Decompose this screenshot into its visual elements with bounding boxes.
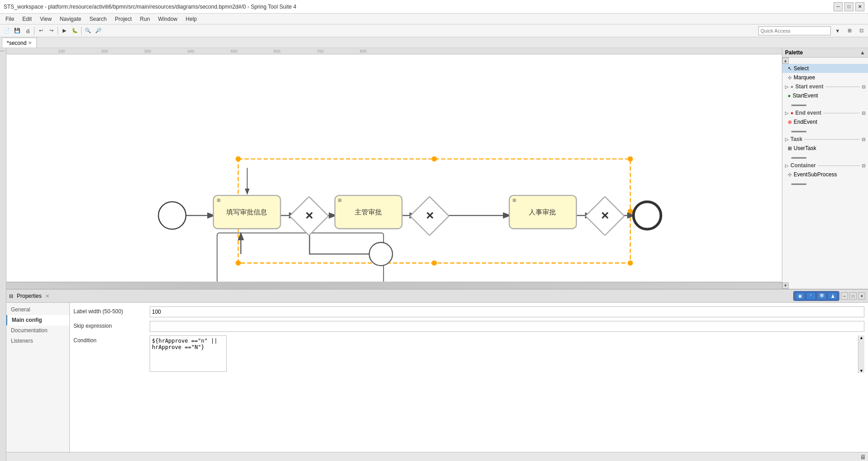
palette-collapse-btn[interactable]: ▲ (860, 49, 865, 56)
properties-tab-close[interactable]: ✕ (45, 293, 49, 299)
textarea-scroll-down[interactable]: ▼ (858, 369, 864, 373)
ruler-mark-2: 200 (101, 49, 108, 53)
toolbar-print[interactable]: 🖨 (23, 26, 33, 36)
svg-point-1 (235, 156, 241, 162)
close-button[interactable]: ✕ (855, 2, 864, 11)
svg-point-8 (628, 260, 633, 266)
menu-run[interactable]: Run (137, 15, 154, 23)
palette-item-user-task-2[interactable]: ▬▬▬ (782, 153, 868, 161)
palette-item-marquee[interactable]: ⊹ Marquee (782, 73, 868, 82)
h-scrollbar[interactable] (6, 282, 782, 289)
condition-textarea[interactable]: ${hrApprove =="n" || hrApprove =="N"} (150, 335, 227, 372)
section-minimize-btn[interactable]: ⊟ (862, 84, 865, 89)
prop-icon-degree[interactable]: ° (806, 292, 816, 300)
palette-item-container-2[interactable]: ▬▬▬ (782, 179, 868, 187)
prop-tab-listeners[interactable]: Listeners (6, 336, 69, 346)
container-section-minimize-btn[interactable]: ⊟ (862, 163, 865, 168)
palette-section-end-event[interactable]: ▷ ● End event ⊟ (782, 108, 868, 117)
toolbar-perspectives-btn[interactable]: ⊞ (844, 26, 854, 36)
prop-tab-main-config[interactable]: Main config (6, 315, 69, 325)
palette-item-start-event[interactable]: ● StartEvent (782, 91, 868, 100)
palette-item-start-event-2[interactable]: ▬▬▬ (782, 100, 868, 108)
quick-access-area: ▼ ⊞ ⊡ (758, 26, 866, 36)
vertical-ruler: │ (0, 48, 6, 461)
task-section-minimize-btn[interactable]: ⊟ (862, 137, 865, 142)
menu-project[interactable]: Project (111, 15, 135, 23)
toolbar-zoom-in[interactable]: 🔍 (83, 26, 93, 36)
window-title: STS_workspace - platform:/resource/activ… (4, 4, 834, 10)
status-icon[interactable]: 🖥 (860, 453, 866, 461)
toolbar-redo[interactable]: ↪ (46, 26, 56, 36)
ruler-mark-6: 600 (273, 49, 280, 53)
main-layout: │ 100 200 300 400 500 600 700 800 (0, 48, 868, 461)
h-scroll-thumb[interactable] (6, 283, 782, 289)
palette-item-select[interactable]: ↖ Select (782, 64, 868, 73)
label-width-input[interactable] (150, 306, 864, 317)
menu-window[interactable]: Window (155, 15, 181, 23)
condition-textarea-scrollbar[interactable]: ▲ ▼ (858, 335, 864, 373)
toolbar-run[interactable]: ▶ (59, 26, 69, 36)
toolbar-debug[interactable]: 🐛 (70, 26, 80, 36)
toolbar-save[interactable]: 💾 (12, 26, 22, 36)
toolbar-zoom-out[interactable]: 🔎 (93, 26, 103, 36)
palette-section-task[interactable]: ▷ Task ⊟ (782, 135, 868, 144)
palette-down-arrow[interactable]: ▼ (782, 282, 789, 289)
svg-point-3 (628, 156, 633, 162)
menu-file[interactable]: File (2, 15, 18, 23)
condition-label: Condition (73, 335, 146, 344)
maximize-button[interactable]: □ (844, 2, 853, 11)
toolbar-quick-access-btn[interactable]: ▼ (833, 26, 843, 36)
condition-textarea-wrapper: ${hrApprove =="n" || hrApprove =="N"} ▲ … (150, 335, 864, 373)
diagram-canvas[interactable]: ⊞ 填写审批信息 ✕ ⊞ 主管审批 ✕ (6, 54, 782, 282)
textarea-scroll-up[interactable]: ▲ (858, 335, 864, 340)
svg-text:✕: ✕ (305, 210, 313, 222)
status-bar: 🖥 (6, 452, 868, 461)
end-event-icon: ⊗ (788, 119, 792, 125)
diagram-svg: ⊞ 填写审批信息 ✕ ⊞ 主管审批 ✕ (6, 54, 782, 281)
end-section-minimize-btn[interactable]: ⊟ (862, 111, 865, 116)
prop-icon-grid[interactable]: ▣ (795, 292, 805, 300)
minimize-button[interactable]: ─ (834, 2, 843, 11)
toolbar-new[interactable]: 📄 (2, 26, 12, 36)
menu-view[interactable]: View (36, 15, 55, 23)
palette-item-end-event[interactable]: ⊗ EndEvent (782, 117, 868, 126)
palette-item-user-task[interactable]: ⊞ UserTask (782, 144, 868, 153)
toolbar-open-perspective-btn[interactable]: ⊡ (856, 26, 866, 36)
status-text: 🖥 (860, 453, 866, 461)
prop-tab-general[interactable]: General (6, 305, 69, 315)
horizontal-ruler: 100 200 300 400 500 600 700 800 (6, 48, 782, 54)
palette-item-end-event-2[interactable]: ▬▬▬ (782, 126, 868, 135)
prop-icon-half[interactable]: 半 (817, 292, 827, 300)
editor-tab-second[interactable]: *second ✕ (2, 38, 37, 48)
palette-item-event-subprocess[interactable]: ⊹ EventSubProcess (782, 170, 868, 179)
prop-maximize-btn[interactable]: □ (849, 292, 857, 300)
palette-title: Palette (785, 49, 803, 56)
toolbar-undo[interactable]: ↩ (36, 26, 46, 36)
palette-end-event-label: EndEvent (794, 119, 817, 125)
prop-close-btn[interactable]: ✕ (858, 292, 865, 300)
skip-expression-input[interactable] (150, 321, 864, 332)
menu-navigate[interactable]: Navigate (56, 15, 85, 23)
palette-up-arrow[interactable]: ▲ (782, 58, 789, 64)
palette-section-start-event[interactable]: ▷ ● Start event ⊟ (782, 82, 868, 91)
svg-text:⊞: ⊞ (217, 198, 220, 203)
task-section-collapse-icon: ▷ (785, 137, 789, 142)
tab-bar: *second ✕ (0, 37, 868, 48)
palette-select-label: Select (794, 65, 809, 72)
prop-minimize-btn[interactable]: ─ (841, 292, 848, 300)
toolbar-sep-1 (34, 27, 34, 35)
quick-access-input[interactable] (758, 26, 831, 35)
toolbar-sep-2 (58, 27, 58, 35)
tab-close-icon[interactable]: ✕ (28, 40, 32, 45)
prop-icon-bar: ▣ ° 半 ♟ (793, 291, 839, 301)
menu-edit[interactable]: Edit (19, 15, 35, 23)
palette-scroll-region[interactable]: ↖ Select ⊹ Marquee ▷ ● Start event (782, 64, 868, 282)
prop-row-label-width: Label width (50-500) (73, 306, 864, 317)
prop-icon-chess[interactable]: ♟ (828, 292, 838, 300)
palette-section-container[interactable]: ▷ Container ⊟ (782, 161, 868, 170)
section-divider (825, 87, 860, 87)
prop-tab-documentation[interactable]: Documentation (6, 325, 69, 336)
prop-form: Label width (50-500) Skip expression Con… (70, 303, 868, 452)
menu-help[interactable]: Help (182, 15, 200, 23)
menu-search[interactable]: Search (86, 15, 110, 23)
